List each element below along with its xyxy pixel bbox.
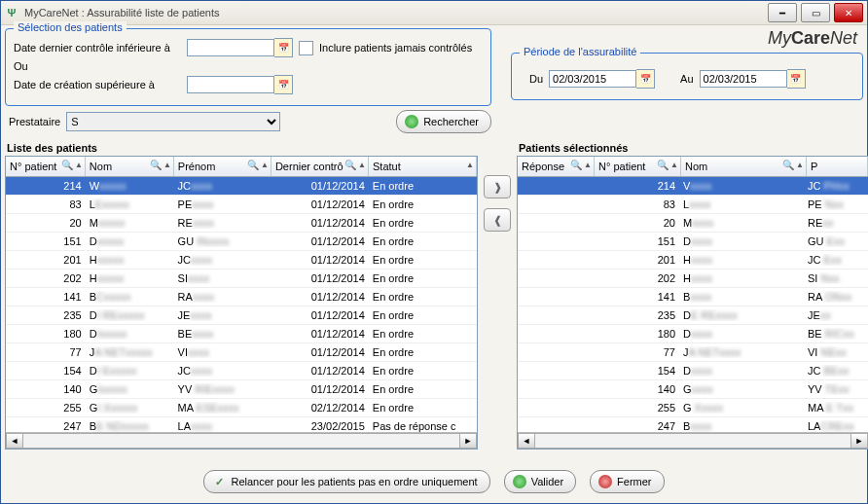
app-icon: Ψ: [5, 6, 18, 19]
period-fieldset: Période de l'assurabilité Du 📅 Au 📅: [511, 53, 863, 100]
table-row[interactable]: 77JA NETxxxxVI NExx: [518, 343, 868, 362]
right-grid: Réponse🔍▲ N° patient🔍▲ Nom🔍▲ P 214VxxxxJ…: [517, 156, 868, 450]
or-label: Ou: [14, 60, 28, 72]
col-header[interactable]: Nom🔍▲: [86, 157, 174, 176]
date-creation-label: Date de création supérieure à: [14, 79, 181, 90]
table-row[interactable]: 180DIxxxxxBExxxx01/12/2014En ordre: [6, 325, 477, 343]
valider-button[interactable]: Valider: [504, 470, 576, 493]
close-icon: [598, 475, 612, 488]
period-to-input[interactable]: [700, 70, 787, 88]
table-row[interactable]: 151DxxxxGU Exx: [518, 233, 868, 251]
table-row[interactable]: 77JA NETxxxxxVIxxxx01/12/2014En ordre: [6, 343, 477, 362]
table-row[interactable]: 202HxxxxSI Nxx: [518, 270, 868, 288]
col-header[interactable]: N° patient🔍▲: [595, 157, 681, 176]
close-button[interactable]: ✕: [834, 3, 863, 22]
col-header[interactable]: Prénom🔍▲: [174, 157, 271, 176]
include-never-label: Inclure patients jamais contrôlés: [319, 42, 472, 54]
table-row[interactable]: 83LExxxxxPExxxx01/12/2014En ordre: [6, 196, 477, 214]
calendar-icon[interactable]: 📅: [787, 69, 806, 89]
right-list-title: Patients sélectionnés: [519, 142, 868, 154]
table-row[interactable]: 140GxxxxYV TExx: [518, 380, 868, 399]
maximize-button[interactable]: ▭: [801, 3, 830, 22]
window-title: MyCareNet : Assurabilité liste de patien…: [24, 7, 768, 18]
prestataire-label: Prestataire: [9, 116, 60, 127]
col-header[interactable]: Nom🔍▲: [681, 157, 807, 176]
table-row[interactable]: 20MxxxxxRExxxx01/12/2014En ordre: [6, 214, 477, 233]
date-last-check-input[interactable]: [187, 39, 274, 56]
table-row[interactable]: 202HxxxxxSIxxxx01/12/2014En ordre: [6, 270, 477, 288]
period-to-label: Au: [680, 73, 693, 85]
titlebar: Ψ MyCareNet : Assurabilité liste de pati…: [1, 1, 867, 25]
table-row[interactable]: 247BxxxxLACRExx: [518, 417, 868, 432]
table-row[interactable]: 140GIxxxxxYV RIExxxx01/12/2014En ordre: [6, 380, 477, 399]
move-right-button[interactable]: ❱: [484, 175, 511, 198]
table-row[interactable]: 141BCxxxxxRAxxxx01/12/2014En ordre: [6, 288, 477, 306]
move-left-button[interactable]: ❰: [484, 208, 511, 232]
right-hscroll[interactable]: ◄ ►: [518, 432, 868, 449]
calendar-icon[interactable]: 📅: [274, 38, 293, 57]
search-icon: [405, 115, 418, 128]
period-from-input[interactable]: [549, 70, 636, 88]
table-row[interactable]: 214VxxxxJC PHxx: [518, 177, 868, 196]
col-header[interactable]: N° patient🔍▲: [6, 157, 86, 176]
table-row[interactable]: 235DI RExxxxxJExxxx01/12/2014En ordre: [6, 306, 477, 325]
check-icon: [513, 475, 526, 488]
table-row[interactable]: 201HxxxxJC Exx: [518, 251, 868, 270]
col-header[interactable]: Réponse🔍▲: [518, 157, 595, 176]
left-hscroll[interactable]: ◄ ►: [6, 432, 477, 449]
col-header[interactable]: P: [807, 157, 868, 176]
relancer-button[interactable]: ✓ Relancer pour les patients pas en ordr…: [203, 470, 489, 493]
right-grid-header: Réponse🔍▲ N° patient🔍▲ Nom🔍▲ P: [518, 157, 868, 177]
table-row[interactable]: 255G XxxxxMA E Txx: [518, 399, 868, 417]
calendar-icon[interactable]: 📅: [274, 75, 293, 94]
date-creation-input[interactable]: [187, 76, 274, 93]
table-row[interactable]: 180DxxxxBE RICxx: [518, 325, 868, 343]
table-row[interactable]: 247BE NDxxxxxLAxxxx23/02/2015Pas de répo…: [6, 417, 477, 432]
table-row[interactable]: 235DE RExxxxJExx: [518, 306, 868, 325]
prestataire-select[interactable]: S: [66, 112, 280, 131]
period-legend: Période de l'assurabilité: [520, 46, 640, 57]
table-row[interactable]: 255GI XxxxxxMA ESExxxx02/12/2014En ordre: [6, 399, 477, 417]
fermer-button[interactable]: Fermer: [590, 470, 664, 493]
period-from-label: Du: [529, 73, 543, 85]
table-row[interactable]: 201HxxxxxJCxxxx01/12/2014En ordre: [6, 251, 477, 270]
table-row[interactable]: 83LxxxxPE Nxx: [518, 196, 868, 214]
col-header[interactable]: Statut▲: [369, 157, 477, 176]
table-row[interactable]: 151DxxxxxGU INxxxx01/12/2014En ordre: [6, 233, 477, 251]
table-row[interactable]: 154DxxxxJC BExx: [518, 362, 868, 380]
left-list-title: Liste des patients: [7, 142, 478, 154]
table-row[interactable]: 154DI ExxxxxJCxxxx01/12/2014En ordre: [6, 362, 477, 380]
calendar-icon[interactable]: 📅: [636, 69, 655, 89]
include-never-checkbox[interactable]: [299, 41, 313, 55]
scroll-right-icon[interactable]: ►: [459, 433, 477, 449]
app-window: Ψ MyCareNet : Assurabilité liste de pati…: [0, 0, 868, 504]
table-row[interactable]: 20MxxxxRExx: [518, 214, 868, 233]
scroll-left-icon[interactable]: ◄: [6, 433, 23, 449]
search-button[interactable]: Rechercher: [396, 110, 491, 133]
check-icon: ✓: [212, 475, 226, 488]
minimize-button[interactable]: ━: [768, 3, 797, 22]
date-last-check-label: Date dernier contrôle inférieure à: [14, 42, 181, 54]
table-row[interactable]: 214WxxxxxJCxxxx01/12/2014En ordre: [6, 177, 477, 196]
left-grid: N° patient🔍▲ Nom🔍▲ Prénom🔍▲ Dernier cont…: [5, 156, 478, 450]
scroll-right-icon[interactable]: ►: [850, 433, 868, 449]
col-header[interactable]: Dernier contrô🔍▲: [271, 157, 369, 176]
scroll-left-icon[interactable]: ◄: [518, 433, 535, 449]
left-grid-header: N° patient🔍▲ Nom🔍▲ Prénom🔍▲ Dernier cont…: [6, 157, 477, 177]
table-row[interactable]: 141BxxxxRA ONxx: [518, 288, 868, 306]
selection-legend: Sélection des patients: [14, 21, 127, 33]
selection-fieldset: Sélection des patients Date dernier cont…: [5, 28, 491, 106]
